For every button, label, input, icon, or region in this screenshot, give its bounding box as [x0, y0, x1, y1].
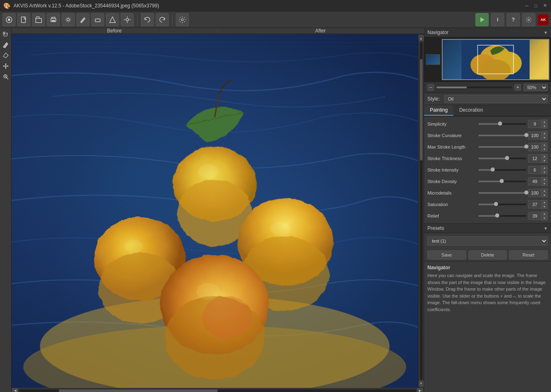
max-stroke-length-input[interactable]	[528, 143, 541, 151]
nav-thumbnail-large[interactable]	[442, 39, 549, 80]
help-button[interactable]: ?	[507, 13, 520, 26]
zoom-in-button[interactable]: +	[514, 84, 521, 91]
decoration-tab[interactable]: Decoration	[453, 105, 489, 116]
settings1-button[interactable]	[62, 13, 75, 26]
h-scroll-thumb[interactable]	[59, 390, 218, 392]
relief-slider[interactable]	[478, 215, 526, 217]
relief-input[interactable]	[528, 212, 541, 220]
presets-section-header[interactable]: Presets ▼	[424, 224, 551, 233]
hand-tool[interactable]	[1, 30, 10, 39]
scroll-left-arrow[interactable]: ◀	[12, 388, 18, 392]
scroll-down-arrow[interactable]: ▼	[419, 381, 424, 387]
horizontal-scrollbar[interactable]: ◀ ▶	[11, 388, 424, 392]
stroke-curvature-thumb[interactable]	[524, 133, 528, 137]
simplicity-down[interactable]: ▼	[542, 124, 547, 128]
max-stroke-length-down[interactable]: ▼	[542, 147, 547, 151]
saturation-thumb[interactable]	[494, 202, 498, 206]
stroke-density-down[interactable]: ▼	[542, 181, 547, 186]
navigator-section-header[interactable]: Navigator ▼	[424, 28, 551, 37]
navigator-help-text: Here you can navigate and scale the imag…	[427, 272, 548, 313]
pick-button[interactable]	[106, 13, 119, 26]
eraser-button[interactable]	[91, 13, 104, 26]
max-stroke-length-slider[interactable]	[478, 146, 526, 148]
stroke-thickness-down[interactable]: ▼	[542, 158, 547, 163]
brush-button[interactable]	[76, 13, 90, 26]
stroke-intensity-thumb[interactable]	[491, 167, 495, 172]
canvas-content[interactable]	[11, 34, 418, 388]
move-tool[interactable]	[1, 62, 10, 71]
stroke-thickness-slider[interactable]	[478, 158, 526, 159]
settings3-button[interactable]	[522, 13, 535, 26]
microdetails-thumb[interactable]	[524, 190, 528, 195]
relief-up[interactable]: ▲	[542, 212, 547, 216]
after-tab[interactable]: After	[218, 28, 424, 34]
stroke-density-thumb[interactable]	[500, 179, 504, 183]
open-file-button[interactable]	[2, 13, 16, 26]
stroke-curvature-slider[interactable]	[478, 135, 526, 136]
max-stroke-length-up[interactable]: ▲	[542, 143, 547, 147]
maximize-button[interactable]: □	[533, 3, 539, 9]
logo-button[interactable]: AK	[538, 14, 549, 25]
gear-button[interactable]	[176, 13, 189, 26]
presets-dropdown[interactable]: Default test (1) My Oil Painting	[427, 236, 548, 245]
microdetails-input[interactable]	[528, 189, 541, 197]
zoom-out-button[interactable]: −	[427, 84, 434, 91]
presets-collapse-arrow[interactable]: ▼	[544, 226, 548, 231]
reset-preset-button[interactable]: Reset	[509, 250, 548, 259]
stroke-thickness-up[interactable]: ▲	[542, 154, 547, 158]
simplicity-thumb[interactable]	[498, 121, 502, 126]
stroke-density-input[interactable]	[528, 177, 541, 186]
stroke-intensity-slider[interactable]	[478, 169, 526, 171]
undo-button[interactable]	[141, 13, 154, 26]
settings2-button[interactable]	[121, 13, 134, 26]
microdetails-slider[interactable]	[478, 192, 526, 194]
max-stroke-length-thumb[interactable]	[524, 144, 528, 149]
run-button[interactable]	[475, 13, 489, 26]
relief-down[interactable]: ▼	[542, 216, 547, 220]
zoom-value-select[interactable]: 25% 50% 75% 100% 150% 200%	[523, 84, 548, 91]
microdetails-up[interactable]: ▲	[542, 189, 547, 193]
saturation-up[interactable]: ▲	[542, 200, 547, 204]
painting-tab[interactable]: Painting	[424, 105, 453, 116]
scroll-right-arrow[interactable]: ▶	[417, 388, 423, 392]
simplicity-input[interactable]	[528, 120, 541, 128]
saturation-slider[interactable]	[478, 204, 526, 205]
minimize-button[interactable]: ─	[524, 3, 530, 9]
vertical-scrollbar[interactable]: ▲ ▼	[418, 34, 424, 388]
simplicity-up[interactable]: ▲	[542, 120, 547, 124]
stroke-curvature-input[interactable]	[528, 131, 541, 140]
saturation-down[interactable]: ▼	[542, 204, 547, 209]
stroke-density-up[interactable]: ▲	[542, 177, 547, 181]
close-button[interactable]: ✕	[542, 3, 548, 9]
print-button[interactable]	[47, 13, 60, 26]
redo-button[interactable]	[156, 13, 169, 26]
stroke-curvature-down[interactable]: ▼	[542, 135, 547, 140]
paint-brush-tool[interactable]	[1, 40, 10, 49]
saturation-input[interactable]	[528, 200, 541, 209]
new-button[interactable]	[17, 13, 30, 26]
stroke-curvature-up[interactable]: ▲	[542, 131, 547, 135]
navigator-collapse-arrow[interactable]: ▼	[544, 30, 548, 35]
open-button[interactable]	[32, 13, 45, 26]
microdetails-down[interactable]: ▼	[542, 193, 547, 197]
stroke-intensity-down[interactable]: ▼	[542, 170, 547, 174]
before-tab[interactable]: Before	[11, 28, 218, 34]
info-button[interactable]: i	[491, 13, 504, 26]
zoom-tool[interactable]	[1, 72, 10, 81]
zoom-slider[interactable]	[436, 87, 512, 88]
stroke-intensity-up[interactable]: ▲	[542, 166, 547, 170]
v-scroll-thumb[interactable]	[420, 59, 422, 160]
v-scroll-track[interactable]	[420, 42, 422, 380]
erase-tool[interactable]	[1, 51, 10, 60]
stroke-intensity-input[interactable]	[528, 166, 541, 174]
simplicity-slider[interactable]	[478, 123, 526, 125]
stroke-thickness-thumb[interactable]	[505, 156, 509, 160]
h-scroll-track[interactable]	[19, 390, 416, 392]
stroke-thickness-input[interactable]	[528, 154, 541, 163]
stroke-density-slider[interactable]	[478, 181, 526, 182]
relief-thumb[interactable]	[495, 213, 499, 218]
scroll-up-arrow[interactable]: ▲	[419, 35, 424, 41]
save-preset-button[interactable]: Save	[427, 250, 466, 259]
delete-preset-button[interactable]: Delete	[468, 250, 507, 259]
style-select[interactable]: Oil Watercolor Comics Pencil Pastel	[444, 95, 548, 103]
